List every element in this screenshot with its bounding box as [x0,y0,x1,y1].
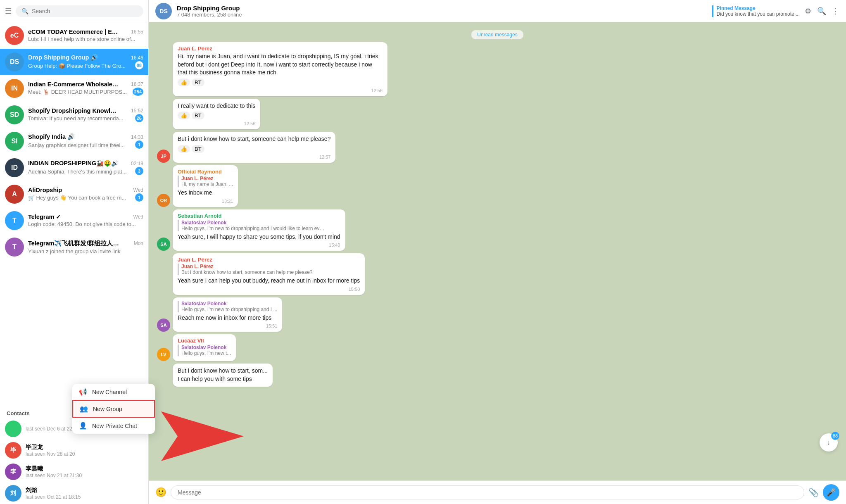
search-box[interactable]: 🔍 [16,5,143,17]
message-text: Hi, my name is Juan, and i want to dedic… [178,52,383,77]
chat-item[interactable]: ID INDIAN DROPSHIPPING🚂🤑🔊 02:19 Adelina … [0,155,148,181]
chat-info: Shopify Dropshipping Knowledge ... 15:52… [28,107,143,122]
chat-name: Shopify India 🔊 [28,133,75,140]
chat-item[interactable]: SI Shopify India 🔊 14:33 Sanjay graphics… [0,128,148,155]
message-footer: 15:49 [178,242,340,247]
chat-avatar: T [5,211,24,230]
message-group: JP But i dont know how to start, someone… [157,132,838,163]
sidebar-header: ☰ 🔍 [0,0,148,22]
chat-name: Telegram ✓ [28,214,61,220]
reactions: 👍BT [178,78,383,86]
scroll-down-icon: ↓ [827,439,830,446]
message-group: Juan L. Pérez Hi, my name is Juan, and i… [157,42,838,96]
chat-name: eCOM TODAY Ecommerce | ENG C... [28,29,119,35]
reaction[interactable]: BT [192,78,204,86]
reply-bar: Juan L. Pérez Hi, my name is Juan, ... [178,176,233,187]
mic-button[interactable]: 🎤 [823,484,839,501]
reply-sender: Sviatoslav Polenok [181,345,231,350]
reaction[interactable]: BT [192,112,204,119]
chat-item[interactable]: T Telegram✈️飞机群发/群组拉人/群... Mon Yixuan z … [0,234,148,260]
chat-preview: Tomiwa: If you need any recommenda... [28,115,124,121]
chat-item[interactable]: DS Drop Shipping Group 🔊 16:46 Group Hel… [0,49,148,75]
chat-badge: 1 [135,193,143,202]
chat-info: Telegram ✓ Wed Login code: 49450. Do not… [28,214,143,227]
contact-item[interactable]: 李 李晨曦 last seen Nov 21 at 21:30 [0,461,148,483]
reply-bar: Sviatoslav Polenok Hello guys, I'm new t… [178,220,340,231]
message-group: I really want to dedicate to this 👍BT 12… [157,99,838,130]
message-text: But i dont know how to start, som...I ca… [178,367,268,383]
chat-badge: 3 [135,167,143,175]
contact-status: last seen Nov 21 at 21:30 [26,473,143,478]
chat-header-name: Drop Shipping Group [177,5,707,12]
chat-info: Shopify India 🔊 14:33 Sanjay graphics de… [28,133,143,149]
message-group: SA Sviatoslav Polenok Hello guys, I'm ne… [157,297,838,332]
message-group: OR Official Raymond Juan L. Pérez Hi, my… [157,165,838,207]
chat-time: Wed [133,187,143,193]
contact-avatar: 李 [5,464,21,480]
message-time: 12:56 [371,88,383,93]
message-time: 13:21 [222,199,233,204]
reply-text: Hello guys, I'm new t... [181,350,231,356]
header-search-icon[interactable]: 🔍 [817,7,826,16]
chat-item[interactable]: IN Indian E-Commerce Wholsaler B2... 16:… [0,75,148,102]
context-menu-new_private[interactable]: 👤 New Private Chat [72,418,155,434]
pinned-message-section[interactable]: Pinned Message Did you know that you can… [712,5,800,17]
chat-header: DS Drop Shipping Group 7 048 members, 25… [149,0,846,22]
message-footer: 12:56 [178,88,383,93]
message-bubble: Juan L. Pérez Juan L. Pérez But i dont k… [173,253,365,295]
chat-item[interactable]: eC eCOM TODAY Ecommerce | ENG C... 16:55… [0,22,148,49]
chat-avatar: eC [5,26,24,45]
chat-list: eC eCOM TODAY Ecommerce | ENG C... 16:55… [0,22,148,406]
chat-badge: 254 [133,88,143,96]
sidebar: ☰ 🔍 eC eCOM TODAY Ecommerce | ENG C... 1… [0,0,149,504]
reaction[interactable]: 👍 [178,78,190,86]
chat-time: 14:33 [131,134,143,140]
chat-avatar: A [5,185,24,204]
contact-item[interactable]: 毕 毕卫龙 last seen Nov 28 at 20 [0,440,148,461]
contact-item[interactable]: 刘 刘焰 last seen Oct 21 at 18:15 [0,483,148,504]
message-avatar: JP [157,150,170,163]
more-options-icon[interactable]: ⋮ [832,7,839,16]
pinned-label: Pinned Message [717,5,800,11]
message-text: I really want to dedicate to this [178,102,255,110]
chat-header-members: 7 048 members, 258 online [177,12,707,18]
context-menu-new_channel[interactable]: 📢 New Channel [72,384,155,400]
context-menu-label: New Group [93,406,122,412]
chat-info: Telegram✈️飞机群发/群组拉人/群... Mon Yixuan z jo… [28,240,143,254]
chat-item[interactable]: T Telegram ✓ Wed Login code: 49450. Do n… [0,207,148,234]
pinned-text: Did you know that you can promote ... [717,11,800,17]
hamburger-icon[interactable]: ☰ [5,7,12,16]
message-text: Yes inbox me [178,189,233,197]
contact-avatar: 刘 [5,485,21,502]
message-text: Yeah sure I can help you out buddy, reac… [178,277,360,285]
message-sender: Sebastian Arnold [178,213,340,219]
attach-button[interactable]: 📎 [808,487,819,497]
chat-preview: 🛒 Hey guys 👋 You can book a free m... [28,195,126,201]
chat-badge: 26 [135,114,143,122]
chat-item[interactable]: A AliDropship Wed 🛒 Hey guys 👋 You can b… [0,181,148,207]
message-time: 12:56 [244,121,256,126]
reply-text: Hello guys, I'm new to dropshipping and … [181,307,277,312]
contact-avatar [5,421,21,437]
message-avatar: LV [157,348,170,361]
chat-avatar: SI [5,132,24,151]
message-avatar: SA [157,238,170,251]
chat-item[interactable]: SD Shopify Dropshipping Knowledge ... 15… [0,102,148,128]
contact-name: 刘焰 [26,487,143,494]
scroll-to-bottom-button[interactable]: ↓ 88 [820,433,838,452]
chat-name: AliDropship [28,187,62,193]
reaction[interactable]: 👍 [178,112,190,119]
emoji-button[interactable]: 🙂 [155,487,166,498]
reactions: 👍BT [178,112,255,119]
context-menu-new_group[interactable]: 👥 New Group [72,400,155,418]
filter-icon[interactable]: ⚙ [805,7,811,16]
search-icon: 🔍 [21,8,29,14]
reaction[interactable]: BT [192,145,204,153]
message-input[interactable] [171,485,804,499]
chat-info: AliDropship Wed 🛒 Hey guys 👋 You can boo… [28,187,143,202]
reply-text: Hello guys, I'm new to dropshipping and … [181,226,326,231]
search-input[interactable] [32,8,138,14]
context-menu-icon: 📢 [79,388,87,396]
reaction[interactable]: 👍 [178,145,190,153]
contact-info: 刘焰 last seen Oct 21 at 18:15 [26,487,143,500]
